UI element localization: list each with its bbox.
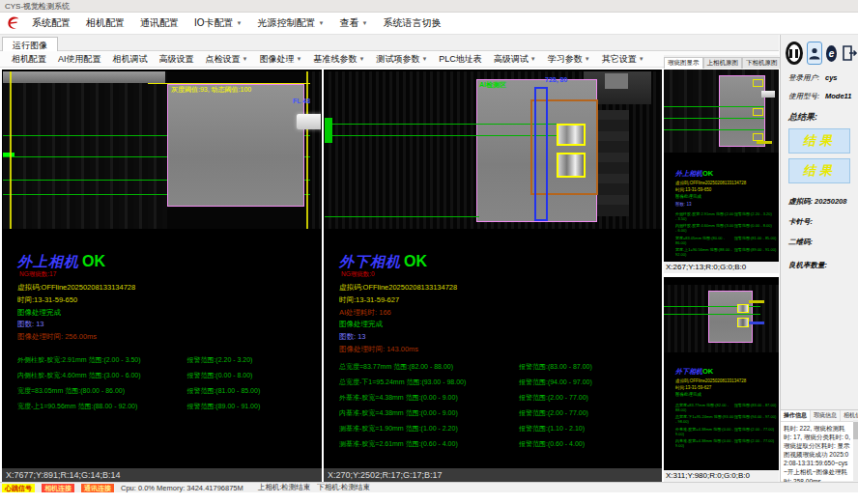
yield-count-label: 良机率数量: [788,261,827,269]
exit-button[interactable] [841,42,858,64]
login-user-label: 登录用户: [788,73,825,83]
alarm-range: 报警范围:(2.00 - 77.00) [734,438,774,448]
tool-advanced-settings[interactable]: 高级设置 [154,53,200,66]
measure-value: 内基准-胶宽=4.38mm 范围:(0.00 - 9.00) [339,408,519,418]
cursor-pixel-readout: X:311;Y:980;R:0;G:0;B:0 [664,470,779,482]
tool-label: 高级设置 [159,53,194,66]
tool-camera-debug[interactable]: 相机调试 [107,53,154,66]
alarm-range: 报警范围:(2.20 - 3.20) [186,355,309,365]
upper-camera-image[interactable]: 灰度阈值:93, 动态阈值:100 FL 48 [3,71,321,229]
lower-camera-image[interactable]: 728, 80 AI检测区 [325,71,661,229]
menu-language-switch[interactable]: 系统语言切换 [375,16,448,30]
upper-camera-thumbnail[interactable]: 外上相机OK 虚拟码:OFFline20250208133134728 时间:1… [664,70,779,273]
menu-io-config[interactable]: IO卡配置▼ [186,16,250,30]
tool-label: AI使用配置 [58,53,101,66]
threshold-overlay-label: 灰度阈值:93, 动态阈值:100 [171,85,251,95]
result-ok-label: OK [702,169,713,178]
measurement-row: 总宽度-下1=95.24mm 范围:(93.00 - 98.00)报警范围:(9… [675,414,777,424]
dropdown-arrow-icon: ▼ [361,20,367,26]
measurement-row: 总宽度=83.77mm 范围:(82.00 - 88.00)报警范围:(83.0… [339,362,649,372]
reference-line [306,71,308,229]
tool-advanced-debug[interactable]: 高级调试▼ [488,53,542,66]
user-login-button[interactable] [807,42,822,65]
tool-spot-check[interactable]: 点检设置▼ [200,53,254,66]
dropdown-arrow-icon: ▼ [585,56,590,62]
measurement-list: 总宽度=83.77mm 范围:(82.00 - 88.00)报警范围:(83.0… [339,362,649,449]
user-icon [808,46,821,61]
defect-highlight-box [737,304,749,313]
dropdown-arrow-icon: ▼ [296,56,301,62]
scrollbar-thumb[interactable] [853,422,858,439]
result-box-upper: 结果 [788,128,850,154]
measurement-row: 外基准-胶宽=4.38mm 范围:(0.00 - 9.00)报警范围:(2.00… [675,427,777,436]
side-control-panel: e 登录用户: cys 使用型号: Mode11 总结果: 结果 结果 虚拟码:… [780,35,858,482]
capture-time-label: 时间:13-31-59-650 [17,294,322,307]
defect-highlight-box [557,124,586,146]
detected-part-region [167,84,304,207]
menu-camera-config[interactable]: 相机配置 [78,16,132,30]
log-tab-defect[interactable]: 瑕疵信息 [811,410,841,421]
tool-learn-params[interactable]: 学习参数▼ [542,53,596,66]
thumb-tab-defect-view[interactable]: 瑕疵图显示 [664,57,703,69]
log-tab-operation[interactable]: 操作信息 [781,410,811,421]
thumb-tab-lower-raw[interactable]: 下相机原图 [742,57,782,69]
measurement-row: 宽度=83.05mm 范围:(80.00 - 86.00)报警范围:(81.00… [675,236,777,245]
connector-part [297,114,321,129]
tool-other-settings[interactable]: 其它设置▼ [596,53,650,66]
heartbeat-status-badge: 心跳信号 [2,484,35,492]
log-scrollbar[interactable] [853,420,858,481]
thumb-tab-upper-raw[interactable]: 上相机原图 [703,57,743,69]
menu-light-control[interactable]: 光源控制配置▼ [250,16,332,30]
lower-camera-panel: 728, 80 AI检测区 外下相机OK NG瑕疵数:0 虚拟码:OFFline… [324,70,662,482]
measurement-list: 总宽度=83.77mm 范围:(82.00 - 88.00)报警范围:(83.0… [675,403,777,449]
lower-camera-thumbnail[interactable]: 外下相机OK 虚拟码:OFFline20250208133134728 时间:1… [664,277,779,482]
pause-button[interactable] [786,42,803,65]
tool-test-params[interactable]: 测试项参数▼ [370,53,433,66]
process-status-label: 图像处理完成 [675,391,777,398]
menu-comm-config[interactable]: 通讯配置 [132,16,186,30]
alarm-range: 报警范围:(0.00 - 8.00) [734,223,772,233]
lower-camera-result-block: 外下相机OK NG瑕疵数:0 虚拟码:OFFline20250208133134… [324,232,662,468]
tool-label: 点检设置 [206,53,241,66]
frame-count-label: 图数: 13 [17,319,322,331]
capture-time-label: 时间:13-31-59-627 [675,384,777,391]
alarm-range: 报警范围:(94.00 - 97.00) [734,414,776,424]
tool-label: 高级调试 [494,53,529,66]
frame-count-label: 图数: 13 [675,201,777,208]
detected-part-region [708,291,753,343]
dropdown-arrow-icon: ▼ [639,56,644,62]
alarm-range: 报警范围:(81.00 - 85.00) [186,386,309,396]
menu-system-config[interactable]: 系统配置 [24,16,78,30]
annotation-box [753,133,763,141]
alarm-range: 报警范围:(89.00 - 91.00) [734,247,776,257]
annotation-label [757,141,772,144]
model-value: Mode11 [825,92,851,101]
measure-value: 内基准-胶宽=4.38mm 范围:(0.00 - 9.00) [675,438,734,448]
log-text: 耗时: 222, 瑕疵检测耗时: 17, 瑕疵分类耗时: 0, 瑕疵提取分区耗时… [781,422,858,488]
product-code-label: 虚拟码: [788,197,813,206]
product-code-label: 虚拟码:OFFline20250208133134728 [675,180,777,186]
alarm-range: 报警范围:(81.00 - 85.00) [734,236,776,245]
capture-time-label: 时间:13-31-59-650 [675,186,777,193]
qr-code-label: 二维码: [788,238,813,246]
menu-label: 系统语言切换 [383,16,441,30]
alarm-range: 报警范围:(0.60 - 4.00) [519,439,649,449]
tool-image-processing[interactable]: 图像处理▼ [253,53,307,66]
tool-baseline-params[interactable]: 基准线参数▼ [307,53,370,66]
tool-label: 图像处理 [259,53,294,66]
image-texture [308,71,321,229]
camera-name-label: 外下相机 [675,368,702,375]
image-texture [3,71,167,229]
blue-measure-box [534,87,548,221]
info-button[interactable]: e [826,45,837,62]
app-logo-icon [3,14,24,33]
menu-view[interactable]: 查看▼ [331,16,375,30]
measurement-row: 宽度=83.05mm 范围:(80.00 - 86.00)报警范围:(81.00… [17,386,309,396]
tool-plc-address[interactable]: PLC地址表 [433,53,488,66]
tool-ai-use-config[interactable]: AI使用配置 [52,53,107,66]
measurement-row: 内侧柱胶-胶宽:4.60mm 范围:(3.00 - 6.00)报警范围:(0.0… [675,223,777,233]
model-label: 使用型号: [788,92,825,101]
toolbar: 相机配置 AI使用配置 相机调试 高级设置 点检设置▼ 图像处理▼ 基准线参数▼… [0,51,779,68]
tool-camera-config[interactable]: 相机配置 [6,53,52,66]
tool-label: 相机调试 [113,53,148,66]
